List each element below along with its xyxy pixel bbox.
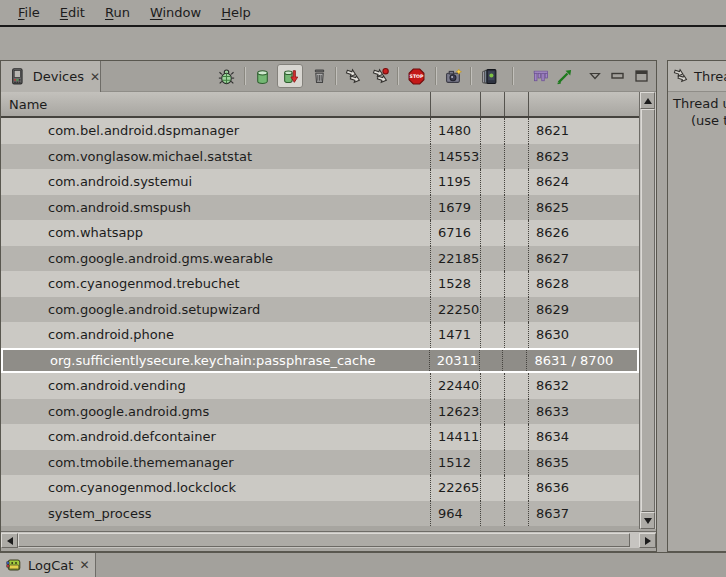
cell-empty — [505, 118, 529, 144]
cell-empty — [481, 450, 505, 476]
cell-port: 8635 — [529, 450, 639, 476]
threads-tabbar[interactable]: Threads — [668, 61, 726, 92]
tab-devices-label: Devices — [33, 69, 84, 84]
devices-view: Devices ✕ — [0, 60, 657, 552]
systrace-icon[interactable] — [553, 65, 575, 87]
arrow-left-icon — [7, 537, 13, 545]
cause-gc-icon[interactable] — [308, 65, 330, 87]
table-row[interactable]: com.google.android.gms.wearable221858627 — [1, 246, 639, 272]
hierarchy-columns-icon[interactable] — [529, 65, 551, 87]
cell-empty — [505, 271, 529, 297]
cell-empty — [505, 246, 529, 272]
close-icon[interactable]: ✕ — [79, 559, 89, 571]
screen-capture-icon[interactable] — [442, 65, 464, 87]
table-header: Name — [1, 92, 639, 118]
debug-attach-icon[interactable] — [215, 65, 237, 87]
cell-empty — [481, 271, 505, 297]
close-icon[interactable]: ✕ — [90, 71, 100, 83]
table-row[interactable]: org.sufficientlysecure.keychain:passphra… — [1, 348, 639, 374]
cell-empty — [481, 246, 505, 272]
cell-name: com.whatsapp — [1, 220, 431, 246]
table-row[interactable]: com.android.systemui11958624 — [1, 169, 639, 195]
logcat-bar: LogCat ✕ — [0, 552, 726, 577]
tab-devices[interactable]: Devices ✕ — [1, 61, 101, 92]
cell-name: com.android.vending — [1, 373, 431, 399]
scroll-right-button[interactable] — [639, 533, 656, 548]
scroll-left-button[interactable] — [1, 533, 18, 548]
dump-hprof-icon[interactable] — [277, 64, 303, 88]
toolbar-separator — [244, 67, 245, 85]
cell-port: 8632 — [529, 373, 639, 399]
table-row[interactable]: com.google.android.setupwizard222508629 — [1, 297, 639, 323]
arrow-down-icon — [644, 518, 652, 524]
table-row[interactable]: com.android.phone14718630 — [1, 322, 639, 348]
threads-view: Threads Thread updates not enabled for s… — [667, 60, 726, 552]
devices-tabbar: Devices ✕ — [1, 61, 656, 92]
column-header-3[interactable] — [481, 92, 505, 116]
vertical-scrollbar[interactable] — [639, 92, 656, 529]
cell-name: com.tmobile.thememanager — [1, 450, 431, 476]
horizontal-scrollbar-thumb[interactable] — [18, 533, 630, 547]
cell-port: 8630 — [529, 322, 639, 348]
svg-text:STOP: STOP — [409, 74, 423, 79]
menu-window[interactable]: Window — [140, 5, 211, 20]
tab-logcat[interactable]: LogCat ✕ — [0, 553, 96, 577]
cell-name: com.cyanogenmod.trebuchet — [1, 271, 431, 297]
cell-port: 8628 — [529, 271, 639, 297]
start-method-profiling-icon[interactable] — [369, 65, 391, 87]
horizontal-scrollbar[interactable] — [1, 531, 656, 548]
cell-name: org.sufficientlysecure.keychain:passphra… — [3, 350, 430, 372]
table-row[interactable]: com.cyanogenmod.lockclock222658636 — [1, 475, 639, 501]
device-screen-icon[interactable] — [478, 65, 500, 87]
cell-empty — [505, 169, 529, 195]
table-row[interactable]: com.android.vending224408632 — [1, 373, 639, 399]
arrow-up-icon — [644, 98, 652, 104]
cell-pid: 20311 — [430, 350, 480, 372]
cell-port: 8623 — [529, 144, 639, 170]
vertical-scrollbar-thumb[interactable] — [641, 109, 655, 512]
column-header-2[interactable] — [431, 92, 481, 116]
cell-name: com.google.android.gms.wearable — [1, 246, 431, 272]
minimize-icon[interactable] — [610, 69, 626, 83]
cell-pid: 22250 — [431, 297, 481, 323]
table-row[interactable]: com.android.defcontainer144118634 — [1, 424, 639, 450]
table-row[interactable]: com.vonglasow.michael.satstat145538623 — [1, 144, 639, 170]
cell-name: com.google.android.gms — [1, 399, 431, 425]
toolbar-separator — [335, 67, 336, 85]
table-row[interactable]: com.android.smspush16798625 — [1, 195, 639, 221]
update-heap-icon[interactable] — [251, 65, 273, 87]
table-row[interactable]: com.bel.android.dspmanager14808621 — [1, 118, 639, 144]
cell-empty — [505, 322, 529, 348]
cell-port: 8625 — [529, 195, 639, 221]
update-threads-icon[interactable] — [342, 65, 364, 87]
table-row[interactable]: com.google.android.gms126238633 — [1, 399, 639, 425]
column-header-4[interactable] — [505, 92, 529, 116]
cell-port: 8629 — [529, 297, 639, 323]
scroll-up-button[interactable] — [640, 92, 655, 109]
scroll-down-button[interactable] — [640, 512, 655, 529]
threads-message-line1: Thread updates not enabled for selected … — [673, 95, 726, 112]
column-header-name[interactable]: Name — [1, 92, 431, 116]
table-row[interactable]: com.whatsapp67168626 — [1, 220, 639, 246]
column-header-5[interactable] — [529, 92, 639, 116]
table-rows: com.bel.android.dspmanager14808621com.vo… — [1, 118, 639, 527]
table-row[interactable]: system_process9648637 — [1, 501, 639, 527]
arrow-right-icon — [645, 537, 651, 545]
toolbar-separator — [435, 67, 436, 85]
cell-pid: 1480 — [431, 118, 481, 144]
cell-name: system_process — [1, 501, 431, 527]
cell-empty — [505, 220, 529, 246]
menu-file[interactable]: File — [8, 5, 50, 20]
stop-process-icon[interactable]: STOP — [405, 65, 427, 87]
menu-help[interactable]: Help — [211, 5, 261, 20]
maximize-icon[interactable] — [634, 69, 650, 83]
table-row[interactable]: com.tmobile.thememanager15128635 — [1, 450, 639, 476]
table-row[interactable]: com.cyanogenmod.trebuchet15288628 — [1, 271, 639, 297]
threads-message-line2: (use toolbar button to enable) — [673, 112, 726, 129]
view-menu-icon[interactable] — [587, 69, 603, 83]
cell-empty — [505, 475, 529, 501]
menu-edit[interactable]: Edit — [50, 5, 95, 20]
menu-run[interactable]: Run — [95, 5, 140, 20]
cell-empty — [481, 195, 505, 221]
phone-icon — [8, 67, 27, 86]
